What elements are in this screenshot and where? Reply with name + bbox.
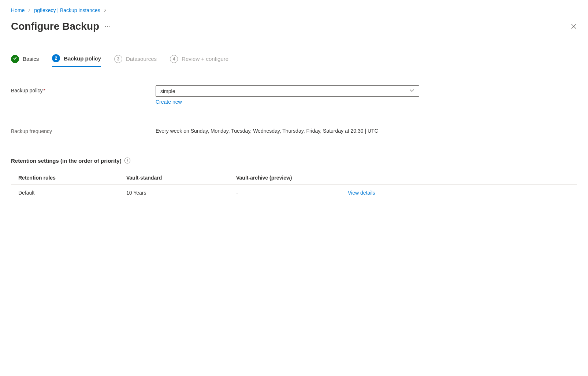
chevron-right-icon	[27, 7, 31, 13]
backup-policy-label: Backup policy*	[11, 85, 156, 93]
backup-policy-select[interactable]: simple	[156, 85, 419, 97]
more-icon[interactable]: ⋯	[104, 22, 111, 30]
step-basics[interactable]: Basics	[11, 55, 39, 67]
page-title: Configure Backup	[11, 21, 99, 32]
retention-section-title: Retention settings (in the order of prio…	[11, 158, 122, 164]
step-label: Backup policy	[64, 55, 101, 62]
chevron-down-icon	[409, 88, 414, 94]
breadcrumb-parent[interactable]: pgflexecy | Backup instances	[34, 7, 100, 13]
step-datasources[interactable]: 3 Datasources	[114, 55, 157, 67]
col-header-action	[348, 175, 570, 181]
col-header-archive: Vault-archive (preview)	[236, 175, 348, 181]
chevron-right-icon	[103, 7, 107, 13]
step-label: Datasources	[126, 56, 157, 62]
backup-frequency-label: Backup frequency	[11, 126, 156, 134]
retention-table: Retention rules Vault-standard Vault-arc…	[11, 171, 577, 201]
step-backup-policy[interactable]: 2 Backup policy	[52, 54, 101, 67]
close-button[interactable]	[570, 23, 577, 30]
info-icon[interactable]: i	[124, 158, 130, 163]
step-number-icon: 2	[52, 54, 60, 62]
view-details-link[interactable]: View details	[348, 190, 375, 196]
create-new-link[interactable]: Create new	[156, 99, 182, 105]
cell-standard: 10 Years	[126, 190, 236, 196]
breadcrumb: Home pgflexecy | Backup instances	[11, 7, 577, 13]
step-label: Basics	[23, 56, 39, 62]
breadcrumb-home[interactable]: Home	[11, 7, 25, 13]
wizard-steps: Basics 2 Backup policy 3 Datasources 4 R…	[11, 54, 577, 67]
cell-archive: -	[236, 190, 348, 196]
page-header: Configure Backup ⋯	[11, 21, 577, 32]
cell-rules: Default	[18, 190, 126, 196]
col-header-rules: Retention rules	[18, 175, 126, 181]
step-label: Review + configure	[182, 56, 228, 62]
select-value: simple	[160, 88, 175, 94]
table-row: Default 10 Years - View details	[11, 185, 577, 201]
table-header: Retention rules Vault-standard Vault-arc…	[11, 171, 577, 185]
check-icon	[11, 55, 19, 63]
col-header-standard: Vault-standard	[126, 175, 236, 181]
step-number-icon: 4	[170, 55, 178, 63]
backup-frequency-value: Every week on Sunday, Monday, Tuesday, W…	[156, 126, 419, 136]
step-review[interactable]: 4 Review + configure	[170, 55, 228, 67]
step-number-icon: 3	[114, 55, 122, 63]
